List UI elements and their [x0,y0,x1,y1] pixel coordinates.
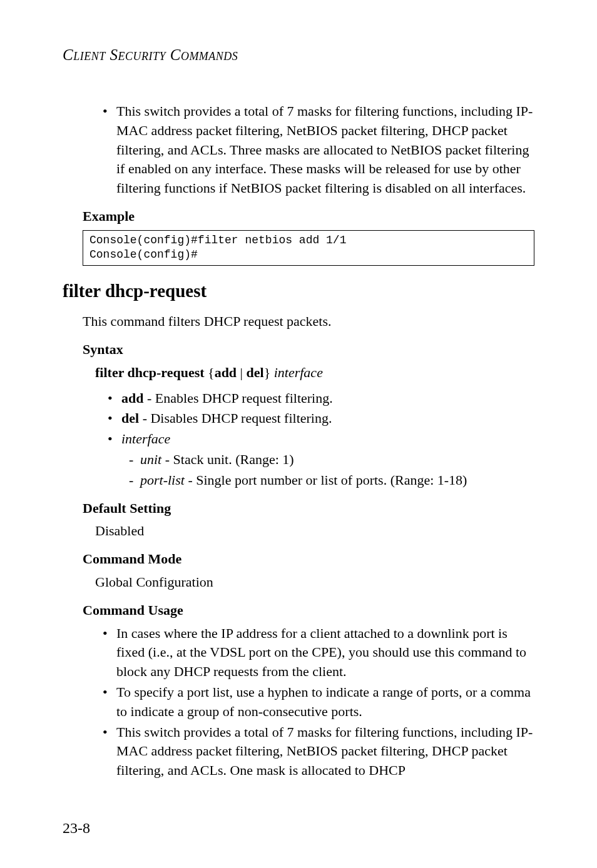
dash-marker: - [129,471,140,490]
syntax-line: filter dhcp-request {add | del} interfac… [63,363,534,383]
page-number: 23-8 [63,818,90,839]
param-desc: - Enables DHCP request filtering. [143,390,332,406]
bullet-text: port-list - Single port number or list o… [140,471,534,490]
bullet-marker: • [108,430,121,449]
bullet-text: interface [121,430,534,449]
command-mode-label: Command Mode [63,550,534,569]
param-desc: - Single port number or list of ports. (… [185,472,467,488]
bullet-item: • To specify a port list, use a hyphen t… [103,683,534,722]
bullet-item: • This switch provides a total of 7 mask… [103,102,534,198]
page-header-title: Client Security Commands [63,44,534,66]
param-name: interface [121,431,170,447]
bullet-item: • In cases where the IP address for a cl… [103,624,534,682]
syntax-cmd: filter dhcp-request [95,365,205,380]
bullet-text: This switch provides a total of 7 masks … [116,102,534,198]
bullet-marker: • [103,723,116,780]
param-name: add [121,390,143,406]
bullet-text: To specify a port list, use a hyphen to … [116,683,534,722]
bullet-text: unit - Stack unit. (Range: 1) [140,450,534,470]
bullet-marker: • [108,389,121,408]
top-bullet-block: • This switch provides a total of 7 mask… [63,102,534,198]
param-desc: - Stack unit. (Range: 1) [161,452,293,467]
bullet-text: del - Disables DHCP request filtering. [121,409,534,428]
syntax-brace-close: } [264,365,271,380]
syntax-label: Syntax [63,340,534,360]
syntax-opt1: add [215,365,237,380]
param-name: port-list [140,472,185,488]
bullet-marker: • [103,624,116,682]
command-usage-label: Command Usage [63,601,534,620]
bullet-text: add - Enables DHCP request filtering. [121,389,534,408]
default-setting-value: Disabled [63,522,534,541]
syntax-brace-open: { [208,365,215,380]
bullet-item: • interface [108,430,534,449]
bullet-marker: • [103,102,116,198]
command-heading: filter dhcp-request [63,278,534,304]
usage-bullets: • In cases where the IP address for a cl… [63,624,534,780]
dash-marker: - [129,450,140,470]
bullet-marker: • [108,409,121,428]
command-intro: This command filters DHCP request packet… [63,312,534,331]
bullet-item: - unit - Stack unit. (Range: 1) [129,450,534,470]
syntax-opt2: del [247,365,264,380]
example-code-box: Console(config)#filter netbios add 1/1 C… [83,230,534,266]
command-mode-value: Global Configuration [63,573,534,592]
syntax-bullets: • add - Enables DHCP request filtering. … [63,389,534,449]
bullet-text: This switch provides a total of 7 masks … [116,723,534,780]
syntax-arg: interface [274,365,323,380]
param-desc: - Disables DHCP request filtering. [139,410,332,426]
param-name: unit [140,452,161,467]
example-label: Example [63,207,534,226]
bullet-item: • del - Disables DHCP request filtering. [108,409,534,428]
bullet-item: • add - Enables DHCP request filtering. [108,389,534,408]
default-setting-label: Default Setting [63,499,534,518]
bullet-item: • This switch provides a total of 7 mask… [103,723,534,780]
sub-nested-bullets: - unit - Stack unit. (Range: 1) - port-l… [63,450,534,490]
bullet-marker: • [103,683,116,722]
bullet-item: - port-list - Single port number or list… [129,471,534,490]
syntax-pipe: | [237,365,246,380]
bullet-text: In cases where the IP address for a clie… [116,624,534,682]
param-name: del [121,410,139,426]
